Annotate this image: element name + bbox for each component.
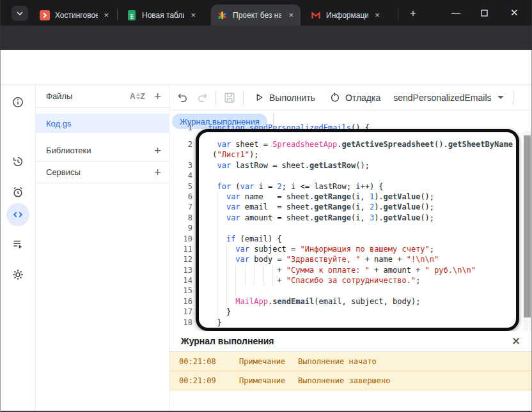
tab-title: Информация по bbox=[326, 11, 368, 20]
chevron-down-icon bbox=[497, 96, 504, 99]
browser-tab-sheets[interactable]: Новая таблица - × bbox=[120, 4, 202, 26]
line-number: 4 bbox=[169, 171, 192, 181]
code-line-text: var email = sheet.getRange(i, 2).getValu… bbox=[208, 202, 434, 212]
toolbar-separator bbox=[513, 91, 513, 105]
code-line[interactable]: 10 if (email) { bbox=[169, 234, 532, 244]
function-selector[interactable]: sendPersonalizedEmails bbox=[391, 93, 506, 103]
close-log-panel-button[interactable]: ✕ bbox=[509, 335, 523, 348]
rail-triggers-button[interactable] bbox=[12, 186, 24, 199]
add-file-button[interactable]: + bbox=[154, 90, 161, 102]
log-message: Выполнение завершено bbox=[298, 376, 391, 385]
code-line[interactable]: ("Лист1"); bbox=[169, 149, 532, 160]
code-line[interactable]: 1function sendPersonalizedEmails() { bbox=[169, 124, 532, 139]
code-editor[interactable]: 1function sendPersonalizedEmails() {2 va… bbox=[169, 124, 532, 332]
libraries-section[interactable]: Библиотеки + bbox=[36, 139, 169, 161]
tab-close-button[interactable]: × bbox=[189, 10, 197, 20]
code-line[interactable]: 15 bbox=[169, 286, 532, 296]
code-line-text: + "Спасибо за сотрудничество."; bbox=[208, 275, 420, 286]
indent-guide bbox=[226, 265, 227, 275]
debug-button[interactable]: Отладка bbox=[325, 92, 384, 103]
log-time: 00:21:09 bbox=[179, 376, 230, 385]
tab-search-button[interactable] bbox=[12, 6, 28, 21]
code-line-text: for (var i = 2; i <= lastRow; i++) { bbox=[208, 181, 384, 192]
code-line[interactable]: 17 } bbox=[169, 307, 532, 317]
code-line[interactable]: 12 var body = "Здравствуйте, " + name + … bbox=[169, 254, 532, 264]
line-number: 13 bbox=[169, 265, 192, 275]
indent-guide bbox=[217, 307, 217, 317]
undo-button[interactable] bbox=[176, 91, 189, 104]
minimize-button[interactable]: — bbox=[451, 0, 480, 26]
indent-guide bbox=[254, 265, 254, 275]
tab-close-button[interactable]: × bbox=[373, 10, 381, 20]
rail-project-history-button[interactable] bbox=[12, 155, 24, 168]
run-play-icon bbox=[254, 92, 265, 103]
close-window-button[interactable]: ✕ bbox=[510, 0, 532, 26]
chevron-down-icon bbox=[16, 10, 24, 17]
sort-az-button[interactable]: AZ bbox=[130, 92, 145, 101]
execution-log-panel: Журнал выполнения ✕ 00:21:08ПримечаниеВы… bbox=[169, 331, 532, 412]
code-line[interactable]: 8 var amount = sheet.getRange(i, 3).getV… bbox=[169, 213, 532, 223]
indent-guide bbox=[217, 223, 217, 233]
file-item-kod-gs[interactable]: Код.gs bbox=[36, 114, 169, 133]
rail-editor-button[interactable] bbox=[12, 208, 24, 221]
line-number: 18 bbox=[169, 317, 192, 328]
line-number: 6 bbox=[169, 192, 192, 202]
run-button[interactable]: Выполнить bbox=[250, 92, 319, 103]
line-number bbox=[169, 149, 192, 160]
files-panel: Файлы AZ + Код.gs Библиотеки + Сервисы + bbox=[36, 85, 169, 412]
code-line[interactable]: 4 bbox=[169, 171, 532, 181]
indent-guide bbox=[245, 265, 246, 275]
code-line[interactable]: 2 var sheet = SpreadsheetApp.getActiveSp… bbox=[169, 139, 532, 149]
services-label: Сервисы bbox=[46, 167, 154, 177]
log-row: 00:21:09ПримечаниеВыполнение завершено bbox=[169, 371, 532, 390]
rail-overview-button[interactable] bbox=[12, 96, 24, 109]
indent-guide bbox=[226, 286, 227, 296]
code-line[interactable]: 3 var lastRow = sheet.getLastRow(); bbox=[169, 160, 532, 171]
code-line[interactable]: 18 } bbox=[169, 317, 532, 328]
scrollbar-thumb[interactable] bbox=[524, 135, 531, 317]
save-project-button[interactable] bbox=[223, 91, 237, 105]
code-line[interactable]: 5 for (var i = 2; i <= lastRow; i++) { bbox=[169, 181, 532, 192]
tab-title: Новая таблица - bbox=[142, 11, 184, 20]
code-line-text: if (email) { bbox=[208, 234, 282, 244]
code-line[interactable]: 11 var subject = "Информация по вашему с… bbox=[169, 244, 532, 254]
add-service-button[interactable]: + bbox=[154, 166, 161, 178]
google-sheets-icon bbox=[127, 10, 137, 20]
browser-tab-strip: Хостинговое соо × Новая таблица - × Прое… bbox=[0, 0, 532, 26]
log-type: Примечание bbox=[239, 357, 298, 366]
code-line[interactable]: 13 + "Сумма к оплате: " + amount + " руб… bbox=[169, 265, 532, 275]
tab-close-button[interactable]: × bbox=[286, 10, 295, 20]
browser-tab-apps-script[interactable]: Проект без назв × bbox=[211, 4, 301, 26]
indent-guide bbox=[254, 275, 254, 286]
code-line[interactable]: 16 MailApp.sendEmail(email, subject, bod… bbox=[169, 296, 532, 307]
toolbar-separator bbox=[243, 91, 244, 105]
browser-toolbar: script.google.com/u/0/home/projects/1TFd… bbox=[0, 26, 532, 50]
editor-toolbar: Выполнить Отладка sendPersonalizedEmails bbox=[169, 85, 532, 111]
toolbar-separator bbox=[215, 91, 216, 105]
line-number: 3 bbox=[169, 160, 192, 171]
code-line[interactable]: 9 bbox=[169, 223, 532, 233]
tab-separator bbox=[117, 9, 118, 20]
files-panel-header: Файлы AZ + bbox=[36, 85, 169, 108]
files-panel-title: Файлы bbox=[46, 91, 130, 101]
code-line[interactable]: 6 var name = sheet.getRange(i, 1).getVal… bbox=[169, 192, 532, 202]
code-line-text: var sheet = SpreadsheetApp.getActiveSpre… bbox=[208, 139, 513, 149]
services-section[interactable]: Сервисы + bbox=[36, 161, 169, 183]
debug-icon bbox=[329, 92, 341, 103]
add-library-button[interactable]: + bbox=[154, 144, 161, 156]
code-line[interactable]: 7 var email = sheet.getRange(i, 2).getVa… bbox=[169, 202, 532, 212]
indent-guide bbox=[245, 275, 246, 286]
rail-settings-button[interactable] bbox=[12, 268, 24, 281]
new-tab-button[interactable]: + bbox=[407, 7, 419, 20]
apps-script-icon bbox=[217, 10, 228, 20]
redo-button[interactable] bbox=[196, 91, 209, 104]
indent-guide bbox=[263, 265, 264, 275]
line-number: 1 bbox=[169, 124, 192, 139]
maximize-button[interactable] bbox=[481, 0, 509, 26]
tab-close-button[interactable]: × bbox=[103, 10, 111, 20]
browser-tab-hosting[interactable]: Хостинговое соо × bbox=[33, 4, 115, 26]
rail-executions-button[interactable] bbox=[12, 238, 24, 250]
code-line[interactable]: 14 + "Спасибо за сотрудничество."; bbox=[169, 275, 532, 286]
browser-tab-gmail[interactable]: Информация по × bbox=[304, 4, 386, 26]
selected-function-name: sendPersonalizedEmails bbox=[393, 93, 491, 103]
